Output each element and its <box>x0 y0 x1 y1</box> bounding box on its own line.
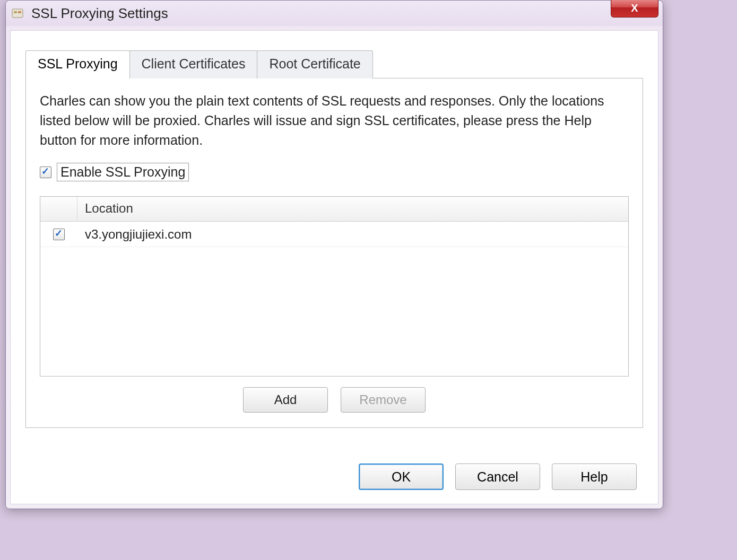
enable-ssl-row: Enable SSL Proxying <box>40 163 629 181</box>
tab-client-certificates[interactable]: Client Certificates <box>129 50 258 78</box>
titlebar[interactable]: SSL Proxying Settings X <box>6 1 663 26</box>
help-button[interactable]: Help <box>552 463 637 490</box>
locations-table: Location v3.yongjiujiexi.com <box>40 196 629 377</box>
table-body: v3.yongjiujiexi.com <box>40 222 628 376</box>
row-checkbox[interactable] <box>53 229 65 240</box>
tab-ssl-proxying[interactable]: SSL Proxying <box>25 50 130 78</box>
table-header: Location <box>40 197 628 222</box>
close-icon: X <box>631 2 638 14</box>
tab-bar: SSL Proxying Client Certificates Root Ce… <box>25 50 643 78</box>
add-button[interactable]: Add <box>243 387 328 413</box>
cancel-button[interactable]: Cancel <box>455 463 540 490</box>
tab-panel-ssl-proxying: Charles can show you the plain text cont… <box>25 78 643 428</box>
window-title: SSL Proxying Settings <box>31 5 168 22</box>
tab-label: Client Certificates <box>142 56 246 71</box>
row-location-cell: v3.yongjiujiexi.com <box>77 227 628 242</box>
column-location[interactable]: Location <box>77 197 628 221</box>
dialog-window: SSL Proxying Settings X SSL Proxying Cli… <box>5 0 663 509</box>
tab-root-certificate[interactable]: Root Certificate <box>257 50 372 78</box>
dialog-client-area: SSL Proxying Client Certificates Root Ce… <box>10 30 658 504</box>
row-checkbox-cell <box>40 229 77 240</box>
tab-label: SSL Proxying <box>38 56 118 71</box>
column-checkbox[interactable] <box>40 197 77 221</box>
tab-label: Root Certificate <box>269 56 360 71</box>
column-location-label: Location <box>85 201 133 215</box>
enable-ssl-label: Enable SSL Proxying <box>57 163 189 181</box>
svg-rect-1 <box>14 11 17 13</box>
app-icon <box>11 7 24 20</box>
enable-ssl-checkbox[interactable] <box>40 167 51 178</box>
ok-button[interactable]: OK <box>359 463 444 490</box>
table-row[interactable]: v3.yongjiujiexi.com <box>40 222 628 247</box>
close-button[interactable]: X <box>611 0 658 18</box>
remove-button[interactable]: Remove <box>341 387 426 413</box>
svg-rect-2 <box>18 11 21 13</box>
description-text: Charles can show you the plain text cont… <box>40 91 629 150</box>
dialog-button-row: OK Cancel Help <box>359 463 637 490</box>
table-button-row: Add Remove <box>40 387 629 413</box>
